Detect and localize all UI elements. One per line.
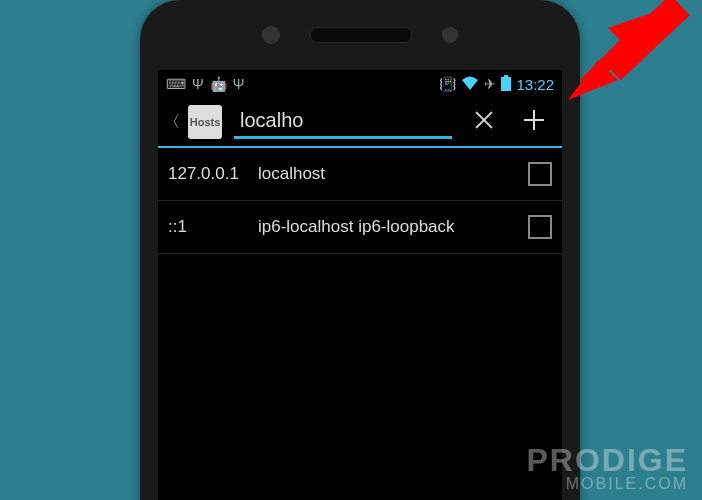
back-button[interactable]: 〈	[164, 112, 180, 133]
hostname: localhost	[258, 164, 528, 184]
screen: ⌨ Ψ 🤖 Ψ 📳 ✈ 13:22 〈 Hosts localho	[158, 70, 562, 500]
search-input[interactable]: localho	[234, 105, 452, 139]
watermark-line1: PRODIGE	[526, 444, 688, 476]
row-checkbox[interactable]	[528, 215, 552, 239]
airplane-icon: ✈	[484, 76, 496, 92]
add-button[interactable]	[512, 103, 556, 141]
close-icon	[474, 110, 494, 130]
wifi-icon	[461, 76, 479, 93]
status-left: ⌨ Ψ 🤖 Ψ	[166, 76, 244, 92]
sensor	[442, 27, 458, 43]
list-item[interactable]: 127.0.0.1 localhost	[158, 148, 562, 201]
clear-search-button[interactable]	[464, 102, 504, 142]
android-icon: 🤖	[210, 76, 227, 92]
hosts-list: 127.0.0.1 localhost ::1 ip6-localhost ip…	[158, 148, 562, 500]
row-checkbox[interactable]	[528, 162, 552, 186]
hostname: ip6-localhost ip6-loopback	[258, 217, 528, 237]
status-bar: ⌨ Ψ 🤖 Ψ 📳 ✈ 13:22	[158, 70, 562, 98]
vibrate-icon: 📳	[439, 76, 456, 92]
usb-icon: Ψ	[192, 76, 204, 92]
keyboard-icon: ⌨	[166, 76, 186, 92]
list-item[interactable]: ::1 ip6-localhost ip6-loopback	[158, 201, 562, 254]
watermark: PRODIGE MOBILE.COM	[526, 444, 688, 492]
app-icon[interactable]: Hosts	[188, 105, 222, 139]
clock-time: 13:22	[516, 76, 554, 93]
phone-top	[140, 0, 580, 70]
svg-rect-1	[501, 77, 511, 91]
ip-address: ::1	[168, 217, 258, 237]
battery-icon	[501, 75, 511, 94]
earpiece-speaker	[310, 27, 412, 43]
annotation-arrow	[565, 0, 702, 120]
svg-rect-0	[504, 75, 508, 77]
phone-frame: ⌨ Ψ 🤖 Ψ 📳 ✈ 13:22 〈 Hosts localho	[140, 0, 580, 500]
app-bar: 〈 Hosts localho	[158, 98, 562, 146]
watermark-line2: MOBILE.COM	[526, 476, 688, 492]
usb-icon: Ψ	[233, 76, 245, 92]
status-right: 📳 ✈ 13:22	[439, 75, 554, 94]
camera	[262, 26, 280, 44]
plus-icon	[522, 108, 546, 132]
ip-address: 127.0.0.1	[168, 164, 258, 184]
